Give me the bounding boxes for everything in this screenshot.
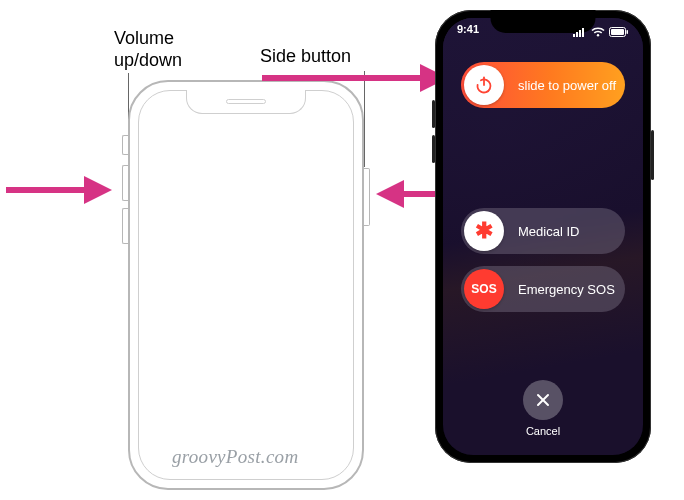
cancel-area: Cancel xyxy=(443,380,643,437)
close-icon xyxy=(535,392,551,408)
outline-speaker xyxy=(226,99,266,104)
power-icon[interactable] xyxy=(464,65,504,105)
slide-emergency-sos[interactable]: SOS Emergency SOS xyxy=(461,266,625,312)
svg-rect-2 xyxy=(579,30,581,37)
power-off-label: slide to power off xyxy=(504,78,625,93)
screenshot-iphone: 9:41 xyxy=(435,10,651,463)
leader-line-side xyxy=(364,71,365,167)
svg-rect-1 xyxy=(576,32,578,37)
label-volume: Volume up/down xyxy=(114,28,182,71)
svg-point-4 xyxy=(597,34,599,36)
cellular-signal-icon xyxy=(573,27,587,37)
cancel-label: Cancel xyxy=(526,425,560,437)
status-right xyxy=(573,23,629,41)
outline-side-button xyxy=(364,168,370,226)
slide-to-power-off[interactable]: slide to power off xyxy=(461,62,625,108)
screenshot-side-button xyxy=(651,130,654,180)
svg-rect-6 xyxy=(611,29,624,35)
label-side-button: Side button xyxy=(260,46,351,68)
status-time: 9:41 xyxy=(457,23,479,41)
power-off-screen: 9:41 xyxy=(443,18,643,455)
outline-iphone xyxy=(128,80,364,490)
svg-rect-3 xyxy=(582,28,584,37)
slide-medical-id[interactable]: ✱ Medical ID xyxy=(461,208,625,254)
svg-rect-0 xyxy=(573,34,575,37)
outline-screen xyxy=(138,90,354,480)
sos-icon[interactable]: SOS xyxy=(464,269,504,309)
svg-rect-7 xyxy=(627,30,629,34)
battery-icon xyxy=(609,27,629,37)
diagram-canvas: Volume up/down Side button groovyPost.co… xyxy=(0,0,684,500)
watermark: groovyPost.com xyxy=(172,446,298,468)
screenshot-vol-down xyxy=(432,135,435,163)
medical-id-label: Medical ID xyxy=(504,224,625,239)
cancel-button[interactable] xyxy=(523,380,563,420)
medical-id-icon[interactable]: ✱ xyxy=(464,211,504,251)
wifi-icon xyxy=(591,27,605,37)
sos-label: Emergency SOS xyxy=(504,282,625,297)
screenshot-vol-up xyxy=(432,100,435,128)
status-bar: 9:41 xyxy=(443,23,643,41)
